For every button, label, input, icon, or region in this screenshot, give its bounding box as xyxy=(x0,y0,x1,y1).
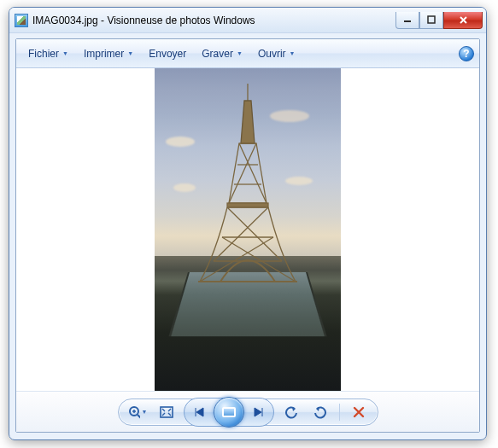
chevron-down-icon: ▼ xyxy=(290,50,296,56)
bottom-toolbar: ▼ xyxy=(16,391,479,432)
next-button[interactable] xyxy=(248,401,270,423)
svg-rect-11 xyxy=(161,407,173,417)
zoom-button[interactable]: ▼ xyxy=(127,402,148,422)
menu-file[interactable]: Fichier ▼ xyxy=(21,45,75,62)
titlebar[interactable]: IMAG0034.jpg - Visionneuse de photos Win… xyxy=(9,8,486,33)
help-button[interactable]: ? xyxy=(459,46,474,61)
photo xyxy=(155,68,341,391)
menu-burn-label: Graver xyxy=(202,48,233,60)
svg-rect-5 xyxy=(227,203,268,207)
separator xyxy=(339,404,340,421)
help-icon: ? xyxy=(463,48,469,60)
minimize-button[interactable] xyxy=(395,12,419,29)
window-title: IMAG0034.jpg - Visionneuse de photos Win… xyxy=(32,15,395,26)
menu-open-label: Ouvrir xyxy=(258,48,286,60)
menu-open[interactable]: Ouvrir ▼ xyxy=(251,45,302,62)
chevron-down-icon: ▼ xyxy=(142,409,148,415)
window-controls xyxy=(395,12,483,29)
app-icon xyxy=(15,14,28,27)
menu-print[interactable]: Imprimer ▼ xyxy=(77,45,140,62)
delete-button[interactable] xyxy=(349,402,369,422)
rotate-cw-button[interactable] xyxy=(310,402,331,422)
menu-print-label: Imprimer xyxy=(84,48,124,60)
fit-window-button[interactable] xyxy=(156,402,177,422)
client-area: Fichier ▼ Imprimer ▼ Envoyer Graver ▼ Ou… xyxy=(15,38,480,433)
chevron-down-icon: ▼ xyxy=(237,50,243,56)
app-window: IMAG0034.jpg - Visionneuse de photos Win… xyxy=(9,7,487,440)
rotate-ccw-button[interactable] xyxy=(281,402,302,422)
photo-viewport[interactable] xyxy=(16,68,479,391)
menubar: Fichier ▼ Imprimer ▼ Envoyer Graver ▼ Ou… xyxy=(16,39,479,68)
chevron-down-icon: ▼ xyxy=(62,50,68,56)
menu-burn[interactable]: Graver ▼ xyxy=(195,45,249,62)
menu-file-label: Fichier xyxy=(28,48,59,60)
slideshow-icon xyxy=(222,407,236,417)
slideshow-button[interactable] xyxy=(214,397,244,428)
maximize-button[interactable] xyxy=(419,12,443,29)
previous-button[interactable] xyxy=(188,401,210,423)
chevron-down-icon: ▼ xyxy=(127,50,133,56)
eiffel-tower-icon xyxy=(247,84,249,282)
menu-send[interactable]: Envoyer xyxy=(142,45,193,62)
nav-cluster xyxy=(184,398,274,427)
svg-rect-1 xyxy=(428,16,435,23)
menu-send-label: Envoyer xyxy=(149,48,186,60)
close-button[interactable] xyxy=(443,12,483,29)
toolbar-pill: ▼ xyxy=(118,399,378,426)
svg-line-8 xyxy=(138,415,140,418)
